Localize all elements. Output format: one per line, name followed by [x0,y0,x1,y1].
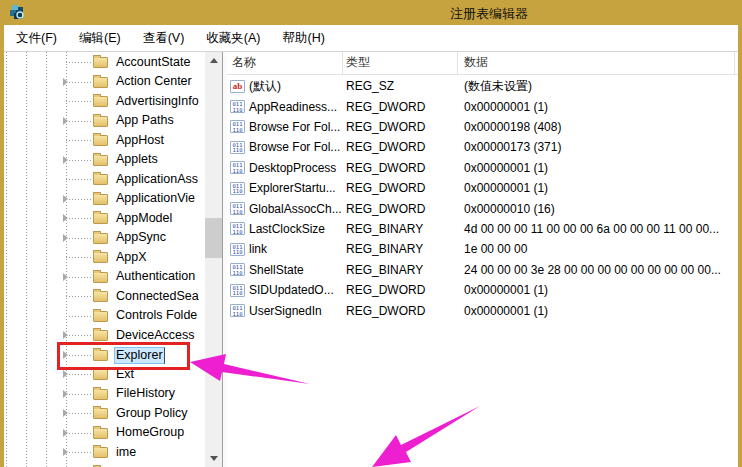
tree-item-label[interactable]: DeviceAccess [114,328,197,343]
tree-item[interactable]: AppSync [4,229,205,249]
expand-arrow-icon[interactable] [63,390,68,398]
value-row[interactable]: 011110Browse For Fol...REG_DWORD0x000001… [227,137,738,157]
tree-item[interactable]: AccountState [4,53,205,73]
tree-item[interactable]: AppX [4,248,205,268]
value-row[interactable]: 011110UserSignedInREG_DWORD0x00000001 (1… [227,300,738,320]
tree-item[interactable]: DeviceAccess [4,326,205,346]
tree-item-label[interactable]: AdvertisingInfo [114,94,201,109]
tree-item[interactable]: Group Policy [4,404,205,424]
tree-item-label[interactable]: Action Center [114,74,194,89]
tree-item[interactable]: Ext [4,365,205,385]
expand-arrow-icon[interactable] [63,156,68,164]
tree-item-label[interactable]: ApplicationAss [114,172,200,187]
expand-arrow-icon[interactable] [63,78,68,86]
value-row[interactable]: 011110ExplorerStartu...REG_DWORD0x000000… [227,178,738,198]
value-name: SIDUpdatedO... [249,283,334,297]
tree-item-label[interactable]: ApplicationVie [114,191,197,206]
tree-item-label[interactable]: FileHistory [114,386,177,401]
tree-item-label[interactable]: Controls Folde [114,308,199,323]
expand-arrow-icon[interactable] [63,351,68,359]
menu-item-1[interactable]: 文件(F) [5,25,68,52]
tree-item-label[interactable]: AccountState [114,55,192,70]
folder-icon [93,350,108,361]
window-border-left [0,25,4,467]
column-header-type[interactable]: 类型 [343,52,458,74]
reg-binary-icon: 011110 [230,284,245,297]
list-header: 名称 类型 数据 [227,52,738,75]
tree-item[interactable]: Action Center [4,73,205,93]
values-panel: 名称 类型 数据 ab(默认)REG_SZ(数值未设置)011110AppRea… [227,52,738,467]
value-row[interactable]: ab(默认)REG_SZ(数值未设置) [227,76,738,96]
expand-arrow-icon[interactable] [63,331,68,339]
expand-arrow-icon[interactable] [63,117,68,125]
tree-item-label[interactable]: AppHost [114,133,166,148]
value-data: 24 00 00 00 3e 28 00 00 00 00 00 00 00 0… [458,263,738,277]
scrollbar-thumb[interactable] [205,218,222,258]
folder-icon [93,272,108,283]
value-type: REG_DWORD [343,100,458,114]
tree-connector-line [66,296,92,297]
tree-connector-line [66,62,92,63]
expand-arrow-icon[interactable] [63,234,68,242]
tree-item-label[interactable]: Ext [114,367,136,382]
titlebar[interactable]: 注册表编辑器 [0,0,742,25]
menu-item-2[interactable]: 编辑(E) [68,25,132,52]
value-type: REG_DWORD [343,140,458,154]
menu-item-5[interactable]: 帮助(H) [271,25,335,52]
tree-item[interactable]: FileHistory [4,385,205,405]
value-name: AppReadiness... [249,100,337,114]
value-row[interactable]: 011110AppReadiness...REG_DWORD0x00000001… [227,96,738,116]
tree-item[interactable]: ApplicationAss [4,170,205,190]
tree-item-label[interactable]: ConnectedSea [114,289,201,304]
folder-icon [93,330,108,341]
tree-item-label[interactable]: Explorer [114,347,165,364]
scroll-up-icon[interactable] [205,52,222,69]
tree-item[interactable]: AppModel [4,209,205,229]
tree-item-label[interactable]: Group Policy [114,406,190,421]
tree-item[interactable]: App Paths [4,112,205,132]
tree-item-label[interactable]: AppSync [114,230,168,245]
value-row[interactable]: 011110Browse For Fol...REG_DWORD0x000001… [227,117,738,137]
tree-item-label[interactable]: ime [114,445,138,460]
expand-arrow-icon[interactable] [63,409,68,417]
expand-arrow-icon[interactable] [63,429,68,437]
tree-item-selected[interactable]: Explorer [4,346,205,366]
tree-item[interactable]: AppHost [4,131,205,151]
tree-item[interactable]: Applets [4,151,205,171]
menu-item-3[interactable]: 查看(V) [132,25,196,52]
tree-item-label[interactable]: HomeGroup [114,425,186,440]
value-row[interactable]: 011110LastClockSizeREG_BINARY4d 00 00 00… [227,219,738,239]
tree-scrollbar[interactable] [205,52,222,467]
tree-item[interactable]: HomeGroup [4,424,205,444]
value-row[interactable]: 011110GlobalAssocCh...REG_DWORD0x0000001… [227,198,738,218]
tree-item[interactable]: ApplicationVie [4,190,205,210]
expand-arrow-icon[interactable] [63,448,68,456]
value-row[interactable]: 011110DesktopProcessREG_DWORD0x00000001 … [227,158,738,178]
tree-item[interactable]: ime [4,443,205,463]
expand-arrow-icon[interactable] [63,195,68,203]
expand-arrow-icon[interactable] [63,370,68,378]
expand-arrow-icon[interactable] [63,273,68,281]
tree-item-label[interactable]: App Paths [114,113,176,128]
tree-item-label[interactable]: Applets [114,152,160,167]
value-type: REG_DWORD [343,304,458,318]
column-header-data[interactable]: 数据 [458,52,735,74]
expand-arrow-icon[interactable] [63,214,68,222]
tree-item[interactable] [4,463,205,467]
tree-item[interactable]: AdvertisingInfo [4,92,205,112]
value-row[interactable]: 011110SIDUpdatedO...REG_DWORD0x00000001 … [227,280,738,300]
reg-binary-icon: 011110 [230,202,245,215]
menu-item-4[interactable]: 收藏夹(A) [195,25,271,52]
value-data: 0x00000001 (1) [458,304,738,318]
value-row[interactable]: 011110linkREG_BINARY1e 00 00 00 [227,239,738,259]
tree-item-label[interactable]: AppX [114,250,149,265]
column-header-name[interactable]: 名称 [227,52,343,74]
tree-item-label[interactable]: AppModel [114,211,174,226]
value-row[interactable]: 011110ShellStateREG_BINARY24 00 00 00 3e… [227,260,738,280]
value-type: REG_DWORD [343,283,458,297]
tree-item[interactable]: Authentication [4,268,205,288]
tree-item[interactable]: ConnectedSea [4,287,205,307]
tree-item[interactable]: Controls Folde [4,307,205,327]
scroll-down-icon[interactable] [205,450,222,467]
tree-item-label[interactable]: Authentication [114,269,197,284]
